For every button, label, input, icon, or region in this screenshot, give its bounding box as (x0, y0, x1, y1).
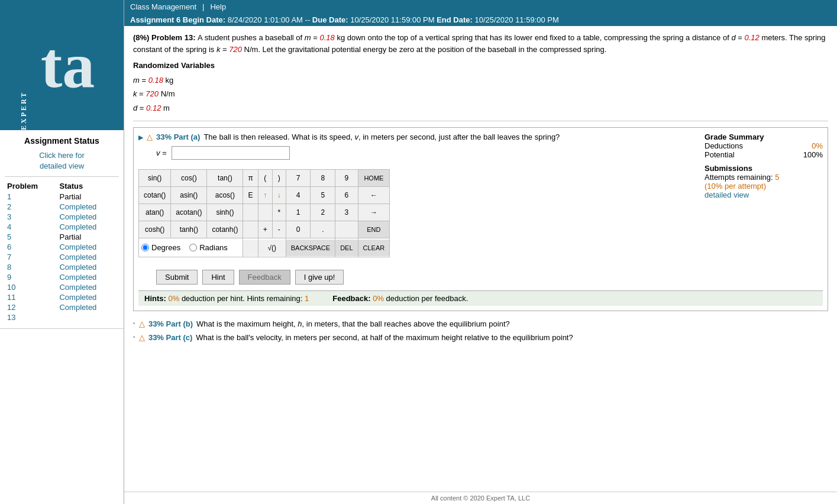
calc-cos[interactable]: cos() (171, 170, 206, 186)
calc-sinh[interactable]: sinh() (207, 204, 243, 221)
calc-end[interactable]: END (358, 221, 390, 238)
footer: All content © 2020 Expert TA, LLC (124, 492, 837, 504)
calc-8[interactable]: 8 (311, 170, 335, 186)
hint-button[interactable]: Hint (202, 270, 234, 285)
problem-status-4: Completed (59, 222, 96, 231)
attempts-value: 5 (775, 173, 779, 182)
problem-row-4: 4 Completed (5, 222, 119, 232)
calc-atan[interactable]: atan() (139, 204, 170, 221)
problem-num-4[interactable]: 4 (7, 222, 11, 231)
problem-status-table: Problem Status 1 Partial 2 Completed 3 C… (5, 180, 119, 322)
detailed-view-link[interactable]: detailed view (704, 190, 749, 199)
feedback-button[interactable]: Feedback (239, 270, 290, 285)
calc-cotan[interactable]: cotan() (139, 187, 170, 203)
help-link[interactable]: Help (210, 2, 226, 11)
problem-num-5[interactable]: 5 (7, 232, 11, 241)
calc-cosh[interactable]: cosh() (139, 221, 170, 238)
potential-label: Potential (704, 150, 735, 159)
problem-num-3[interactable]: 3 (7, 212, 11, 221)
calc-open-paren[interactable]: ( (258, 170, 272, 186)
deductions-row: Deductions 0% (704, 141, 823, 150)
problem-col-header: Problem (5, 180, 57, 192)
problem-status-1: Partial (59, 192, 81, 201)
calc-tanh[interactable]: tanh() (171, 221, 206, 238)
problem-text-2: kg down onto the top of a vertical sprin… (335, 33, 745, 42)
problem-num-10[interactable]: 10 (7, 283, 15, 292)
radians-radio[interactable] (189, 244, 197, 251)
calc-asin[interactable]: asin() (171, 187, 206, 203)
hints-deduction: 0% (168, 294, 179, 303)
problem-num-2[interactable]: 2 (7, 202, 11, 211)
part-a-wrapper: ▶ △ 33% Part (a) The ball is then releas… (138, 133, 823, 290)
calc-clear[interactable]: CLEAR (358, 240, 390, 256)
calc-home[interactable]: HOME (358, 170, 390, 186)
problem-num-6[interactable]: 6 (7, 243, 11, 251)
input-row: v = (156, 146, 699, 160)
calc-4[interactable]: 4 (286, 187, 311, 203)
calc-sqrt[interactable]: √() (258, 240, 286, 256)
part-c-expand-icon[interactable]: ▪ (133, 333, 135, 340)
calc-minus[interactable]: - (273, 221, 286, 238)
calc-6[interactable]: 6 (335, 187, 357, 203)
part-b-expand-icon[interactable]: ▪ (133, 319, 135, 327)
calc-9[interactable]: 9 (335, 170, 357, 186)
calc-dot[interactable]: . (311, 221, 335, 238)
calc-sin[interactable]: sin() (139, 170, 170, 186)
calc-5[interactable]: 5 (311, 187, 335, 203)
calc-multiply[interactable]: * (273, 204, 286, 221)
calc-del[interactable]: DEL (335, 240, 357, 256)
calc-empty1 (243, 204, 257, 221)
k-value: 720 (229, 45, 242, 54)
calc-empty3 (243, 221, 257, 238)
radians-label[interactable]: Radians (189, 243, 228, 252)
calc-1[interactable]: 1 (286, 204, 311, 221)
calc-row-5: Degrees Radians √() BACKSPACE (139, 238, 390, 257)
problem-num-11[interactable]: 11 (7, 293, 15, 302)
calc-backspace[interactable]: BACKSPACE (286, 240, 335, 256)
calc-pi[interactable]: π (243, 170, 257, 186)
part-a-question: The ball is then released. What is its s… (203, 133, 560, 141)
calc-right[interactable]: → (358, 204, 390, 221)
degrees-label[interactable]: Degrees (141, 243, 180, 252)
hints-remaining-value[interactable]: 1 (305, 294, 309, 303)
submit-button[interactable]: Submit (156, 270, 198, 285)
click-detailed-link[interactable]: Click here fordetailed view (5, 150, 119, 172)
feedback-text: Feedback: 0% deduction per feedback. (332, 294, 468, 303)
part-a-label: 33% Part (a) (156, 133, 200, 141)
problem-num-1[interactable]: 1 (7, 192, 11, 201)
calc-tan[interactable]: tan() (207, 170, 243, 186)
calc-3[interactable]: 3 (335, 204, 357, 221)
calc-down[interactable]: ↓ (273, 187, 286, 203)
part-a-toggle-icon[interactable]: ▶ (138, 134, 143, 141)
v-input[interactable] (172, 146, 290, 160)
calc-close-paren[interactable]: ) (273, 170, 286, 186)
problem-num-8[interactable]: 8 (7, 263, 11, 272)
problem-row-5: 5 Partial (5, 232, 119, 242)
calc-e[interactable]: E (243, 187, 257, 203)
logo-expert-text: EXPERT (20, 12, 28, 130)
problem-row-7: 7 Completed (5, 252, 119, 262)
calc-plus[interactable]: + (258, 221, 272, 238)
class-management-link[interactable]: Class Management (130, 2, 196, 11)
problem-num-7[interactable]: 7 (7, 253, 11, 261)
calc-7[interactable]: 7 (286, 170, 311, 186)
part-a-main: ▶ △ 33% Part (a) The ball is then releas… (138, 133, 699, 290)
calc-acotan[interactable]: acotan() (171, 204, 206, 221)
calc-0[interactable]: 0 (286, 221, 311, 238)
m-value: 0.18 (319, 33, 334, 42)
problem-num-9[interactable]: 9 (7, 273, 11, 282)
calc-acos[interactable]: acos() (207, 187, 243, 203)
hints-remaining-label: deduction per hint. Hints remaining: (182, 294, 305, 303)
problem-num-12[interactable]: 12 (7, 303, 15, 312)
calc-up[interactable]: ↑ (258, 187, 272, 203)
hints-bar: Hints: 0% deduction per hint. Hints rema… (138, 290, 823, 306)
calc-left[interactable]: ← (358, 187, 390, 203)
problem-status-7: Completed (59, 253, 96, 261)
igiveup-button[interactable]: I give up! (295, 270, 344, 285)
calc-2[interactable]: 2 (311, 204, 335, 221)
calc-cotanh[interactable]: cotanh() (207, 221, 243, 238)
problem-row-6: 6 Completed (5, 242, 119, 252)
problem-status-5: Partial (59, 232, 81, 241)
problem-num-13[interactable]: 13 (7, 313, 15, 322)
degrees-radio[interactable] (141, 244, 149, 251)
